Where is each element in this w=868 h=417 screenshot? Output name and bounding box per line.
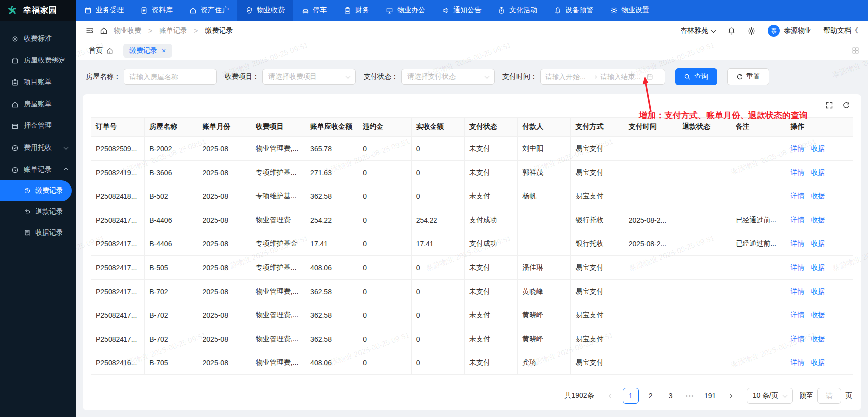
close-icon[interactable]: × xyxy=(162,47,166,55)
sidebar-item-bill-records[interactable]: 账单记录 xyxy=(0,159,76,180)
cell-pay-method: 易宝支付 xyxy=(571,303,624,327)
receipt-link[interactable]: 收据 xyxy=(811,358,825,366)
detail-link[interactable]: 详情 xyxy=(791,287,805,295)
sidebar-item-fee-standard[interactable]: 收费标准 xyxy=(0,28,76,50)
receipt-icon xyxy=(24,229,31,236)
nav-item-parking[interactable]: 停车 xyxy=(293,0,335,21)
detail-link[interactable]: 详情 xyxy=(791,311,805,319)
cell-pay-time xyxy=(624,256,678,280)
tab-payment-records[interactable]: 缴费记录× xyxy=(123,44,172,58)
detail-link[interactable]: 详情 xyxy=(791,335,805,343)
bell-icon[interactable] xyxy=(727,27,736,35)
nav-item-library[interactable]: 资料库 xyxy=(132,0,181,21)
nav-item-property-fees[interactable]: 物业收费 xyxy=(237,0,293,21)
receipt-link[interactable]: 收据 xyxy=(811,263,825,271)
page-button-1[interactable]: 1 xyxy=(623,388,639,404)
nav-item-office[interactable]: 物业办公 xyxy=(377,0,434,21)
page-button-2[interactable]: 2 xyxy=(643,388,659,404)
receipt-link[interactable]: 收据 xyxy=(811,144,825,152)
sidebar-item-fee-collection[interactable]: 费用托收 xyxy=(0,137,76,159)
help-doc-link[interactable]: 帮助文档《 xyxy=(823,26,858,35)
table-row[interactable]: P25082417... B-702 2025-08 物业管理费,... 362… xyxy=(91,303,853,327)
fullscreen-icon[interactable] xyxy=(825,101,833,109)
detail-link[interactable]: 详情 xyxy=(791,239,805,247)
nav-item-business[interactable]: 业务受理 xyxy=(76,0,132,21)
receipt-link[interactable]: 收据 xyxy=(811,192,825,200)
receipt-link[interactable]: 收据 xyxy=(811,239,825,247)
cell-bill-month: 2025-08 xyxy=(198,280,251,303)
receipt-link[interactable]: 收据 xyxy=(811,168,825,176)
cell-pay-method: 易宝支付 xyxy=(571,137,624,161)
nav-item-notice[interactable]: 通知公告 xyxy=(434,0,490,21)
cell-bill-month: 2025-08 xyxy=(198,303,251,327)
nav-item-culture[interactable]: 文化活动 xyxy=(490,0,546,21)
refresh-icon[interactable] xyxy=(842,101,850,109)
prev-page-button[interactable] xyxy=(603,388,619,404)
detail-link[interactable]: 详情 xyxy=(791,358,805,366)
user-menu[interactable]: 泰 泰源物业 xyxy=(768,25,811,37)
next-page-button[interactable] xyxy=(722,388,738,404)
table-row[interactable]: P25082418... B-502 2025-08 专项维护基... 362.… xyxy=(91,184,853,208)
home-icon[interactable] xyxy=(100,27,108,35)
jump-page-input[interactable] xyxy=(817,388,841,404)
cell-fee-item: 物业管理费 xyxy=(251,208,306,232)
community-selector[interactable]: 杏林雅苑 xyxy=(681,26,715,35)
detail-link[interactable]: 详情 xyxy=(791,168,805,176)
receipt-link[interactable]: 收据 xyxy=(811,335,825,343)
breadcrumb-level2[interactable]: 账单记录 xyxy=(159,26,187,35)
fee-item-select[interactable]: 请选择收费项目 xyxy=(262,69,356,85)
detail-link[interactable]: 详情 xyxy=(791,216,805,224)
cell-amount-due: 271.63 xyxy=(306,161,358,184)
detail-link[interactable]: 详情 xyxy=(791,192,805,200)
sidebar-subitem-refund-records[interactable]: 退款记录 xyxy=(0,201,76,222)
sidebar-item-project-bill[interactable]: 项目账单 xyxy=(0,71,76,93)
start-date-input[interactable] xyxy=(545,73,589,81)
house-name-input[interactable] xyxy=(124,69,217,85)
cell-pay-status: 未支付 xyxy=(464,327,517,351)
table-row[interactable]: P25082417... B-702 2025-08 物业管理费,... 362… xyxy=(91,327,853,351)
page-size-select[interactable]: 10 条/页 xyxy=(747,388,793,404)
menu-fold-icon[interactable] xyxy=(86,27,94,35)
nav-item-assets[interactable]: 资产住户 xyxy=(181,0,237,21)
table-row[interactable]: P25082417... B-4406 2025-08 专项维护基金 17.41… xyxy=(91,232,853,256)
detail-link[interactable]: 详情 xyxy=(791,263,805,271)
cell-pay-method: 易宝支付 xyxy=(571,161,624,184)
table-row[interactable]: P25082417... B-702 2025-08 物业管理费,... 362… xyxy=(91,280,853,303)
pagination: 共1902条 1 2 3 ••• 191 10 条/页 跳至 页 xyxy=(91,381,853,410)
sidebar-item-deposit[interactable]: 押金管理 xyxy=(0,115,76,137)
breadcrumb-level1[interactable]: 物业收费 xyxy=(114,26,141,35)
sidebar-item-house-fee-bind[interactable]: 房屋收费绑定 xyxy=(0,50,76,71)
page-button-3[interactable]: 3 xyxy=(663,388,679,404)
nav-item-settings[interactable]: 物业设置 xyxy=(602,0,658,21)
tab-home[interactable]: 首页 xyxy=(89,46,113,55)
page-ellipsis[interactable]: ••• xyxy=(682,388,698,404)
column-header: 账单月份 xyxy=(198,118,251,137)
cell-payer: 黄晓峰 xyxy=(518,280,571,303)
table-row[interactable]: P25082417... B-4406 2025-08 物业管理费 254.22… xyxy=(91,208,853,232)
reset-button[interactable]: 重置 xyxy=(727,68,769,85)
receipt-link[interactable]: 收据 xyxy=(811,216,825,224)
table-row[interactable]: P25082416... B-705 2025-08 物业管理费,... 408… xyxy=(91,351,853,375)
cell-pay-method: 易宝支付 xyxy=(571,327,624,351)
table-row[interactable]: P25082419... B-3606 2025-08 专项维护基... 271… xyxy=(91,161,853,184)
grid-icon[interactable] xyxy=(852,47,859,54)
search-button[interactable]: 查询 xyxy=(675,68,717,85)
end-date-input[interactable] xyxy=(600,73,644,81)
nav-item-device-alert[interactable]: 设备预警 xyxy=(546,0,602,21)
receipt-link[interactable]: 收据 xyxy=(811,287,825,295)
table-row[interactable]: P25082417... B-505 2025-08 专项维护基... 408.… xyxy=(91,256,853,280)
sidebar-subitem-payment-records[interactable]: 缴费记录 xyxy=(0,180,72,201)
nav-item-finance[interactable]: 财务 xyxy=(335,0,377,21)
table-row[interactable]: P25082509... B-2002 2025-08 物业管理费,... 36… xyxy=(91,137,853,161)
sidebar-subitem-receipt-records[interactable]: 收据记录 xyxy=(0,222,76,243)
gear-icon[interactable] xyxy=(747,27,756,35)
cell-refund-status xyxy=(678,184,731,208)
cell-house-name: B-4406 xyxy=(145,232,198,256)
page-button-last[interactable]: 191 xyxy=(702,388,718,404)
receipt-link[interactable]: 收据 xyxy=(811,311,825,319)
cell-refund-status xyxy=(678,327,731,351)
pay-status-label: 支付状态： xyxy=(364,72,398,81)
pay-status-select[interactable]: 请选择支付状态 xyxy=(401,69,495,85)
detail-link[interactable]: 详情 xyxy=(791,144,805,152)
sidebar-item-house-bill[interactable]: 房屋账单 xyxy=(0,93,76,115)
